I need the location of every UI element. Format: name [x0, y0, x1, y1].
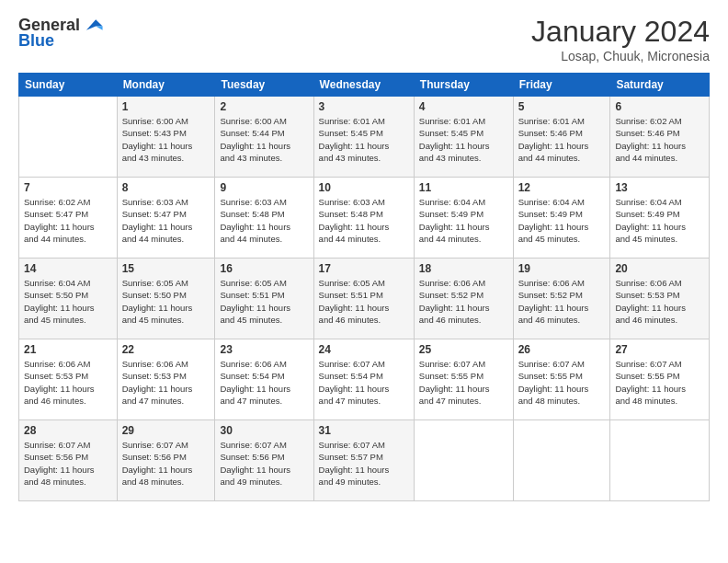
calendar-cell: 21Sunrise: 6:06 AM Sunset: 5:53 PM Dayli…	[19, 339, 118, 420]
day-info: Sunrise: 6:07 AM Sunset: 5:56 PM Dayligh…	[24, 439, 112, 488]
day-number: 18	[419, 262, 508, 275]
day-header-thursday: Thursday	[414, 74, 513, 97]
day-number: 4	[419, 100, 508, 113]
calendar-cell: 4Sunrise: 6:01 AM Sunset: 5:45 PM Daylig…	[414, 97, 513, 178]
day-number: 20	[615, 262, 704, 275]
day-info: Sunrise: 6:01 AM Sunset: 5:45 PM Dayligh…	[419, 115, 508, 164]
calendar-cell: 18Sunrise: 6:06 AM Sunset: 5:52 PM Dayli…	[414, 259, 513, 339]
svg-marker-1	[96, 26, 102, 29]
calendar-cell: 25Sunrise: 6:07 AM Sunset: 5:55 PM Dayli…	[414, 339, 513, 420]
week-row-4: 28Sunrise: 6:07 AM Sunset: 5:56 PM Dayli…	[19, 420, 710, 501]
calendar-cell: 17Sunrise: 6:05 AM Sunset: 5:51 PM Dayli…	[313, 259, 414, 339]
day-info: Sunrise: 6:01 AM Sunset: 5:45 PM Dayligh…	[319, 115, 409, 164]
day-info: Sunrise: 6:03 AM Sunset: 5:48 PM Dayligh…	[319, 196, 409, 245]
day-number: 3	[319, 100, 409, 113]
day-info: Sunrise: 6:06 AM Sunset: 5:53 PM Dayligh…	[24, 358, 112, 407]
day-info: Sunrise: 6:07 AM Sunset: 5:55 PM Dayligh…	[419, 358, 508, 407]
day-info: Sunrise: 6:02 AM Sunset: 5:47 PM Dayligh…	[24, 196, 112, 245]
day-number: 11	[419, 181, 508, 194]
day-number: 1	[122, 100, 210, 113]
month-title: January 2024	[531, 15, 710, 49]
calendar-cell: 14Sunrise: 6:04 AM Sunset: 5:50 PM Dayli…	[19, 259, 118, 339]
calendar-cell: 12Sunrise: 6:04 AM Sunset: 5:49 PM Dayli…	[513, 178, 610, 259]
day-number: 27	[615, 343, 704, 356]
calendar-cell	[513, 420, 610, 501]
location: Losap, Chuuk, Micronesia	[531, 49, 710, 63]
calendar-cell: 23Sunrise: 6:06 AM Sunset: 5:54 PM Dayli…	[215, 339, 313, 420]
day-number: 7	[24, 181, 112, 194]
day-number: 12	[518, 181, 606, 194]
week-row-2: 14Sunrise: 6:04 AM Sunset: 5:50 PM Dayli…	[19, 259, 710, 339]
day-number: 13	[615, 181, 704, 194]
day-info: Sunrise: 6:00 AM Sunset: 5:43 PM Dayligh…	[122, 115, 210, 164]
day-info: Sunrise: 6:01 AM Sunset: 5:46 PM Dayligh…	[518, 115, 606, 164]
day-number: 31	[319, 424, 409, 437]
logo-icon	[84, 15, 104, 35]
week-row-0: 1Sunrise: 6:00 AM Sunset: 5:43 PM Daylig…	[19, 97, 710, 178]
day-info: Sunrise: 6:04 AM Sunset: 5:49 PM Dayligh…	[419, 196, 508, 245]
day-number: 24	[319, 343, 409, 356]
day-info: Sunrise: 6:04 AM Sunset: 5:49 PM Dayligh…	[518, 196, 606, 245]
day-info: Sunrise: 6:05 AM Sunset: 5:51 PM Dayligh…	[220, 277, 308, 326]
day-info: Sunrise: 6:07 AM Sunset: 5:55 PM Dayligh…	[615, 358, 704, 407]
calendar-cell	[19, 97, 118, 178]
day-number: 28	[24, 424, 112, 437]
calendar-cell: 24Sunrise: 6:07 AM Sunset: 5:54 PM Dayli…	[313, 339, 414, 420]
day-info: Sunrise: 6:03 AM Sunset: 5:47 PM Dayligh…	[122, 196, 210, 245]
calendar-cell: 3Sunrise: 6:01 AM Sunset: 5:45 PM Daylig…	[313, 97, 414, 178]
day-number: 15	[122, 262, 210, 275]
calendar-cell: 7Sunrise: 6:02 AM Sunset: 5:47 PM Daylig…	[19, 178, 118, 259]
calendar-cell: 16Sunrise: 6:05 AM Sunset: 5:51 PM Dayli…	[215, 259, 313, 339]
day-info: Sunrise: 6:06 AM Sunset: 5:54 PM Dayligh…	[220, 358, 308, 407]
calendar-cell	[610, 420, 710, 501]
day-info: Sunrise: 6:04 AM Sunset: 5:49 PM Dayligh…	[615, 196, 704, 245]
calendar-cell: 27Sunrise: 6:07 AM Sunset: 5:55 PM Dayli…	[610, 339, 710, 420]
week-row-3: 21Sunrise: 6:06 AM Sunset: 5:53 PM Dayli…	[19, 339, 710, 420]
calendar-cell: 28Sunrise: 6:07 AM Sunset: 5:56 PM Dayli…	[19, 420, 118, 501]
day-number: 16	[220, 262, 308, 275]
calendar-cell: 31Sunrise: 6:07 AM Sunset: 5:57 PM Dayli…	[313, 420, 414, 501]
day-info: Sunrise: 6:07 AM Sunset: 5:56 PM Dayligh…	[220, 439, 308, 488]
calendar-cell: 19Sunrise: 6:06 AM Sunset: 5:52 PM Dayli…	[513, 259, 610, 339]
day-number: 8	[122, 181, 210, 194]
day-info: Sunrise: 6:05 AM Sunset: 5:50 PM Dayligh…	[122, 277, 210, 326]
calendar-cell: 26Sunrise: 6:07 AM Sunset: 5:55 PM Dayli…	[513, 339, 610, 420]
week-row-1: 7Sunrise: 6:02 AM Sunset: 5:47 PM Daylig…	[19, 178, 710, 259]
day-number: 21	[24, 343, 112, 356]
day-info: Sunrise: 6:05 AM Sunset: 5:51 PM Dayligh…	[319, 277, 409, 326]
day-number: 9	[220, 181, 308, 194]
day-info: Sunrise: 6:07 AM Sunset: 5:56 PM Dayligh…	[122, 439, 210, 488]
day-header-monday: Monday	[117, 74, 215, 97]
day-header-saturday: Saturday	[610, 74, 710, 97]
day-info: Sunrise: 6:06 AM Sunset: 5:52 PM Dayligh…	[419, 277, 508, 326]
day-number: 10	[319, 181, 409, 194]
day-number: 22	[122, 343, 210, 356]
calendar-cell: 11Sunrise: 6:04 AM Sunset: 5:49 PM Dayli…	[414, 178, 513, 259]
calendar-cell: 13Sunrise: 6:04 AM Sunset: 5:49 PM Dayli…	[610, 178, 710, 259]
calendar-cell: 6Sunrise: 6:02 AM Sunset: 5:46 PM Daylig…	[610, 97, 710, 178]
day-info: Sunrise: 6:06 AM Sunset: 5:53 PM Dayligh…	[615, 277, 704, 326]
logo-blue-text: Blue	[18, 31, 54, 51]
calendar: SundayMondayTuesdayWednesdayThursdayFrid…	[18, 73, 710, 501]
day-info: Sunrise: 6:06 AM Sunset: 5:52 PM Dayligh…	[518, 277, 606, 326]
day-number: 29	[122, 424, 210, 437]
day-info: Sunrise: 6:07 AM Sunset: 5:54 PM Dayligh…	[319, 358, 409, 407]
day-number: 17	[319, 262, 409, 275]
day-number: 19	[518, 262, 606, 275]
day-info: Sunrise: 6:07 AM Sunset: 5:55 PM Dayligh…	[518, 358, 606, 407]
day-number: 2	[220, 100, 308, 113]
day-header-wednesday: Wednesday	[313, 74, 414, 97]
calendar-cell: 9Sunrise: 6:03 AM Sunset: 5:48 PM Daylig…	[215, 178, 313, 259]
calendar-cell: 15Sunrise: 6:05 AM Sunset: 5:50 PM Dayli…	[117, 259, 215, 339]
day-number: 6	[615, 100, 704, 113]
day-number: 30	[220, 424, 308, 437]
day-info: Sunrise: 6:04 AM Sunset: 5:50 PM Dayligh…	[24, 277, 112, 326]
page: General Blue January 2024 Losap, Chuuk, …	[0, 0, 728, 563]
day-info: Sunrise: 6:06 AM Sunset: 5:53 PM Dayligh…	[122, 358, 210, 407]
calendar-cell: 10Sunrise: 6:03 AM Sunset: 5:48 PM Dayli…	[313, 178, 414, 259]
day-number: 25	[419, 343, 508, 356]
day-number: 5	[518, 100, 606, 113]
day-info: Sunrise: 6:02 AM Sunset: 5:46 PM Dayligh…	[615, 115, 704, 164]
calendar-cell: 20Sunrise: 6:06 AM Sunset: 5:53 PM Dayli…	[610, 259, 710, 339]
calendar-cell: 30Sunrise: 6:07 AM Sunset: 5:56 PM Dayli…	[215, 420, 313, 501]
